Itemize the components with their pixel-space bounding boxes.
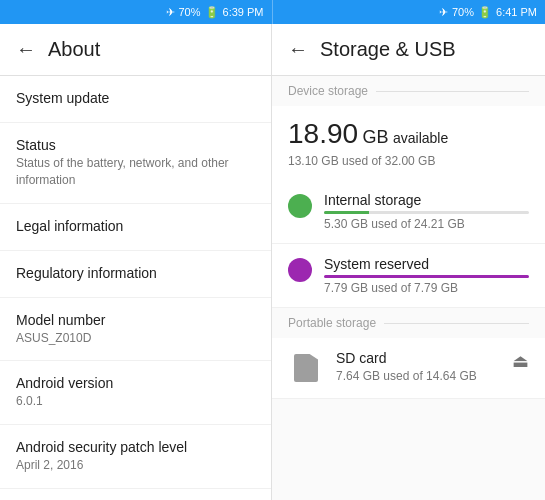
battery-percent-right: 70%: [452, 6, 474, 18]
status-bars: ✈ 70% 🔋 6:39 PM ✈ 70% 🔋 6:41 PM: [0, 0, 545, 24]
sd-card-item[interactable]: SD card 7.64 GB used of 14.64 GB ⏏: [272, 338, 545, 399]
about-title: About: [48, 38, 100, 61]
model-title: Model number: [16, 312, 255, 328]
system-reserved-progress-bar: [324, 275, 529, 278]
storage-header: ← Storage & USB: [272, 24, 545, 76]
airplane-icon-right: ✈: [439, 6, 448, 19]
right-panel: ← Storage & USB Device storage 18.90 GB …: [272, 24, 545, 500]
back-button-storage[interactable]: ←: [288, 38, 308, 61]
regulatory-title: Regulatory information: [16, 265, 255, 281]
device-storage-label: Device storage: [288, 84, 368, 98]
portable-storage-divider: Portable storage: [272, 308, 545, 338]
menu-item-security-patch[interactable]: Android security patch level April 2, 20…: [0, 425, 271, 489]
model-subtitle: ASUS_Z010D: [16, 330, 255, 347]
battery-icon-right: 🔋: [478, 6, 492, 19]
portable-storage-label: Portable storage: [288, 316, 376, 330]
storage-used-summary: 13.10 GB used of 32.00 GB: [272, 154, 545, 180]
menu-item-regulatory[interactable]: Regulatory information: [0, 251, 271, 298]
storage-available: 18.90 GB available: [272, 106, 545, 154]
system-reserved-item[interactable]: System reserved 7.79 GB used of 7.79 GB: [272, 244, 545, 308]
security-patch-subtitle: April 2, 2016: [16, 457, 255, 474]
android-version-title: Android version: [16, 375, 255, 391]
portable-storage-section: Portable storage SD card 7.64 GB used of…: [272, 308, 545, 399]
security-patch-title: Android security patch level: [16, 439, 255, 455]
internal-storage-progress-bar: [324, 211, 529, 214]
right-status-bar: ✈ 70% 🔋 6:41 PM: [273, 0, 546, 24]
sd-card-info: SD card 7.64 GB used of 14.64 GB: [336, 350, 500, 383]
left-status-bar: ✈ 70% 🔋 6:39 PM: [0, 0, 273, 24]
left-panel: ← About System update Status Status of t…: [0, 24, 272, 500]
sd-card-title: SD card: [336, 350, 500, 366]
system-reserved-dot: [288, 258, 312, 282]
internal-storage-subtitle: 5.30 GB used of 24.21 GB: [324, 217, 529, 231]
device-storage-divider: Device storage: [272, 76, 545, 106]
internal-storage-progress-fill: [324, 211, 369, 214]
status-subtitle: Status of the battery, network, and othe…: [16, 155, 255, 189]
battery-icon-left: 🔋: [205, 6, 219, 19]
sd-card-icon: [288, 350, 324, 386]
system-update-title: System update: [16, 90, 255, 106]
internal-storage-info: Internal storage 5.30 GB used of 24.21 G…: [324, 192, 529, 231]
status-title: Status: [16, 137, 255, 153]
menu-item-android-version[interactable]: Android version 6.0.1: [0, 361, 271, 425]
storage-title: Storage & USB: [320, 38, 456, 61]
sd-icon-shape: [294, 354, 318, 382]
time-left: 6:39 PM: [223, 6, 264, 18]
available-label: available: [393, 130, 448, 146]
battery-percent-left: 70%: [179, 6, 201, 18]
sd-card-subtitle: 7.64 GB used of 14.64 GB: [336, 369, 500, 383]
system-reserved-title: System reserved: [324, 256, 529, 272]
system-reserved-progress-fill: [324, 275, 529, 278]
internal-storage-item[interactable]: Internal storage 5.30 GB used of 24.21 G…: [272, 180, 545, 244]
menu-item-hardware[interactable]: Hardware information Wi-fi, bluetooth, f…: [0, 489, 271, 500]
system-reserved-info: System reserved 7.79 GB used of 7.79 GB: [324, 256, 529, 295]
menu-item-model[interactable]: Model number ASUS_Z010D: [0, 298, 271, 362]
internal-storage-title: Internal storage: [324, 192, 529, 208]
about-header: ← About: [0, 24, 271, 76]
main-content: ← About System update Status Status of t…: [0, 24, 545, 500]
legal-title: Legal information: [16, 218, 255, 234]
airplane-icon-left: ✈: [166, 6, 175, 19]
time-right: 6:41 PM: [496, 6, 537, 18]
menu-item-legal[interactable]: Legal information: [0, 204, 271, 251]
menu-item-system-update[interactable]: System update: [0, 76, 271, 123]
divider-line: [376, 91, 529, 92]
internal-storage-dot: [288, 194, 312, 218]
android-version-subtitle: 6.0.1: [16, 393, 255, 410]
menu-item-status[interactable]: Status Status of the battery, network, a…: [0, 123, 271, 204]
available-gb: 18.90: [288, 118, 358, 149]
portable-divider-line: [384, 323, 529, 324]
back-button-about[interactable]: ←: [16, 38, 36, 61]
available-unit: GB: [363, 127, 389, 147]
system-reserved-subtitle: 7.79 GB used of 7.79 GB: [324, 281, 529, 295]
eject-icon[interactable]: ⏏: [512, 350, 529, 372]
